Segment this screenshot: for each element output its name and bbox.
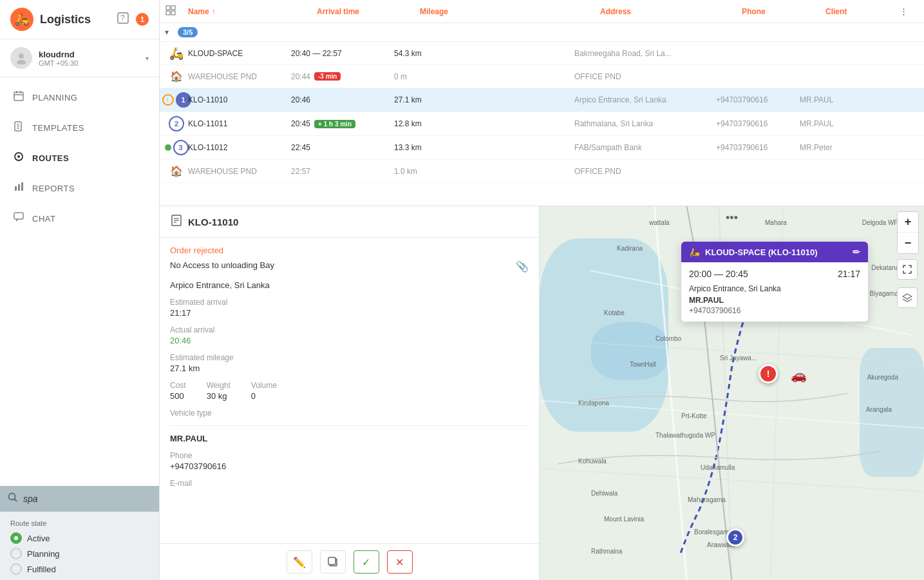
col-more[interactable]: ⋮ (900, 6, 919, 16)
stop-phone: +94703790616 (716, 119, 800, 128)
fullscreen-button[interactable] (897, 259, 918, 280)
svg-point-18 (9, 494, 15, 500)
radio-group: Active Planning Fulfilled (10, 532, 149, 575)
table-row[interactable]: 3 KLO-11012 22:45 13.3 km FAB/Sampath Ba… (160, 136, 924, 160)
stop-client: MR.PAUL (800, 119, 919, 128)
stop-arrival: 22:57 (291, 167, 394, 176)
stop-phone: +94703790616 (716, 95, 800, 104)
stop-name: WAREHOUSE PND (188, 72, 291, 81)
col-header-phone[interactable]: Phone (742, 7, 825, 16)
stop-arrival: 22:45 (291, 143, 394, 152)
city-towntall: TownHall (630, 361, 656, 368)
volume-field: Volume 0 (251, 381, 277, 401)
city-dehiwala: Dehiwala (591, 490, 618, 497)
user-dropdown-arrow[interactable]: ▾ (146, 55, 149, 62)
popup-edit-icon[interactable]: ✏ (853, 247, 860, 257)
warehouse2-icon: 🏠 (170, 165, 183, 177)
address-field: Arpico Entrance, Sri Lanka (170, 280, 529, 290)
map-section[interactable]: wattala Mahara Delgoda WP Kadirana Kirib… (540, 206, 924, 580)
city-kotabe: Kotabe (604, 309, 625, 316)
estimated-arrival-field: Estimated arrival 21:17 (170, 298, 529, 318)
table-row[interactable]: 2 KLO-11011 20:45 + 1 h 3 min 12.8 km Ra… (160, 112, 924, 136)
stop-name: KLO-11011 (188, 119, 291, 128)
stop-indicator: 🏠 (165, 165, 188, 177)
sidebar-item-routes[interactable]: ROUTES (0, 143, 159, 173)
confirm-button[interactable]: ✓ (354, 550, 379, 574)
popup-phone: +94703790616 (689, 306, 860, 315)
route-state-label: Route state (10, 519, 149, 527)
table-row[interactable]: ! 1 KLO-11010 20:46 27.1 km Arpico Entra… (160, 88, 924, 112)
scooter-icon: 🛵 (169, 46, 184, 61)
city-wattala: wattala (649, 219, 670, 226)
detail-header: KLO-11010 (160, 206, 539, 238)
col-header-name[interactable]: Name ↑ (188, 7, 317, 16)
svg-point-13 (17, 155, 20, 158)
city-delgoda: Delgoda WP (862, 219, 898, 226)
search-input[interactable] (23, 494, 151, 504)
zoom-in-button[interactable]: + (898, 212, 918, 233)
sidebar-item-reports[interactable]: REPORTS (0, 173, 159, 204)
svg-rect-14 (15, 186, 17, 191)
col-header-client[interactable]: Client (825, 7, 900, 16)
time-badge-green: + 1 h 3 min (314, 120, 355, 128)
select-all-icon[interactable] (165, 5, 176, 16)
stop-client: MR.PAUL (800, 95, 919, 104)
actual-arrival-value: 20:46 (170, 336, 529, 345)
expand-icon[interactable]: ▾ (165, 28, 178, 37)
sidebar: 🛵 Logistics ? 1 kloudrnd GMT +05:30 ▾ (0, 0, 160, 580)
edit-button[interactable]: ✏️ (287, 550, 312, 574)
order-status: Order rejected (170, 238, 529, 260)
city-kadirana: Kadirana (617, 245, 643, 252)
svg-rect-21 (171, 6, 175, 10)
cost-weight-volume-fields: Cost 500 Weight 30 kg Volume 0 (170, 381, 529, 409)
user-info: kloudrnd GMT +05:30 (39, 50, 139, 67)
city-kohuwala: Kohuwala (578, 458, 607, 465)
bottom-section: KLO-11010 Order rejected No Access to un… (160, 206, 924, 580)
col-header-mileage[interactable]: Mileage (420, 7, 600, 16)
radio-active[interactable]: Active (10, 532, 149, 544)
vehicle-type-field: Vehicle type (170, 409, 529, 418)
table-row[interactable]: 🏠 WAREHOUSE PND 20:44 -3 min 0 m OFFICE … (160, 65, 924, 88)
stop-name: WAREHOUSE PND (188, 167, 291, 176)
actual-arrival-field: Actual arrival 20:46 (170, 325, 529, 345)
map-pin-1[interactable]: ! (759, 364, 778, 383)
attach-icon[interactable]: 📎 (516, 260, 529, 273)
table-row[interactable]: 🛵 KLOUD-SPACE 20:40 — 22:57 54.3 km Bakm… (160, 42, 924, 65)
stop-arrival: 20:46 (291, 95, 394, 104)
sidebar-item-chat[interactable]: CHAT (0, 204, 159, 234)
radio-planning-circle (10, 548, 22, 559)
popup-actual-time: 21:17 (838, 269, 860, 279)
layers-button[interactable] (897, 287, 918, 308)
route-group-header[interactable]: ▾ 3/5 (160, 23, 924, 42)
city-thalawathugoda: Thalawathugoda WP (655, 432, 715, 439)
popup-address: Arpico Entrance, Sri Lanka (689, 284, 860, 293)
stop-mileage: 27.1 km (394, 95, 574, 104)
city-arangala: Arangala (866, 406, 892, 413)
stop-client: MR.Peter (800, 143, 919, 152)
cancel-button[interactable]: ✕ (387, 550, 413, 574)
stop-address: FAB/Sampath Bank (574, 143, 716, 152)
table-row[interactable]: 🏠 WAREHOUSE PND 22:57 1.0 km OFFICE PND (160, 160, 924, 183)
stop-mileage: 1.0 km (394, 167, 574, 176)
city-mtlavinia: Mount Lavinia (604, 516, 644, 523)
phone-field: Phone +94703790616 (170, 451, 529, 471)
zoom-out-button[interactable]: − (898, 233, 918, 253)
alert-pin: ! (759, 364, 778, 383)
map-pin-2[interactable]: 2 (726, 528, 744, 546)
estimated-mileage-field: Estimated mileage 27.1 km (170, 353, 529, 373)
col-header-address[interactable]: Address (600, 7, 742, 16)
stop-mileage: 0 m (394, 72, 574, 81)
map-more-button[interactable]: ••• (726, 211, 738, 225)
col-header-arrival[interactable]: Arrival time (317, 7, 420, 16)
svg-rect-22 (166, 11, 170, 15)
copy-button[interactable] (320, 550, 346, 574)
stop-address: Arpico Entrance, Sri Lanka (574, 95, 716, 104)
radio-planning[interactable]: Planning (10, 548, 149, 559)
radio-fulfilled[interactable]: Fulfilled (10, 563, 149, 575)
sidebar-item-planning[interactable]: PLANNING (0, 82, 159, 113)
help-button[interactable]: ? (115, 10, 131, 28)
sidebar-item-templates[interactable]: TEMPLATES (0, 113, 159, 143)
table-header-row: Name ↑ Arrival time Mileage Address Phon… (160, 0, 924, 23)
radio-planning-label: Planning (27, 549, 60, 559)
route-badge: 3/5 (178, 27, 198, 37)
